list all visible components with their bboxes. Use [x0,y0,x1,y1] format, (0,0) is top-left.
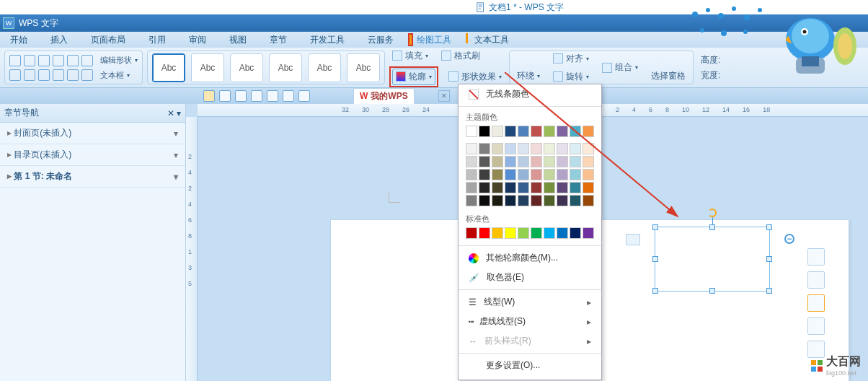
watermark-brand: 大百网 [826,354,861,369]
align-button[interactable]: 对齐▾ [550,51,592,66]
sidebar-item-cover[interactable]: ▸ 封面页(未插入)▾ [0,123,185,144]
color-swatch[interactable] [466,182,477,193]
color-swatch[interactable] [492,227,503,239]
arrow-icon: ↔ [469,336,477,346]
resize-handle[interactable] [652,288,658,294]
color-swatch[interactable] [466,143,477,154]
svg-rect-25 [818,367,823,372]
dash-style-option[interactable]: ┅ 虚线线型(S) ▸ [459,312,601,331]
more-settings-option[interactable]: 更多设置(O)... [459,356,601,375]
resize-handle[interactable] [652,256,658,262]
line-gallery[interactable] [9,55,93,81]
color-swatch[interactable] [466,126,477,137]
rotation-handle[interactable] [708,209,717,217]
color-swatch[interactable] [479,182,490,193]
doc-tab-close-icon[interactable]: × [438,90,450,102]
style-preset-5[interactable]: Abc [308,53,341,82]
svg-rect-3 [479,9,482,9]
qat-redo-icon[interactable] [298,90,310,102]
more-outline-colors-option[interactable]: 其他轮廓颜色(M)... [459,248,601,268]
resize-handle[interactable] [766,256,772,262]
menu-reference[interactable]: 引用 [146,32,169,48]
brush-icon [441,51,451,61]
color-swatch[interactable] [479,156,490,167]
color-swatch[interactable] [479,169,490,180]
color-swatch[interactable] [479,195,490,206]
style-preset-4[interactable]: Abc [269,53,302,82]
menu-bar: 开始 插入 页面布局 引用 审阅 视图 章节 开发工具 云服务 绘图工具 文本工… [0,32,868,48]
qat-open-icon[interactable] [203,90,215,102]
document-icon [476,2,486,12]
color-swatch[interactable] [479,227,490,239]
resize-handle[interactable] [766,224,772,230]
qat-print-icon[interactable] [251,90,262,102]
selected-rectangle-shape[interactable] [655,227,770,292]
color-swatch[interactable] [492,169,503,180]
color-swatch[interactable] [466,227,477,239]
align-icon [553,53,563,64]
outline-button[interactable]: 轮廓▾ [392,69,435,85]
color-swatch[interactable] [466,169,477,180]
eyedropper-icon: 💉 [469,273,479,283]
no-line-icon [469,89,479,100]
shape-collapse-icon[interactable]: − [784,234,794,244]
menu-page-layout[interactable]: 页面布局 [88,32,128,48]
wps-logo-icon: W [360,91,368,101]
ribbon-shapes-group: 编辑形状▾ 文本框▾ [4,51,143,84]
color-swatch[interactable] [492,195,503,206]
menu-review[interactable]: 审阅 [186,32,209,48]
color-swatch[interactable] [492,156,503,167]
style-preset-1[interactable]: Abc [152,53,185,82]
sidebar-close-icon[interactable]: ✕ ▾ [167,108,181,118]
color-swatch[interactable] [466,156,477,167]
svg-rect-22 [811,360,816,365]
menu-start[interactable]: 开始 [7,32,30,48]
edit-shape-button[interactable]: 编辑形状▾ [97,55,138,66]
menu-cloud[interactable]: 云服务 [365,32,397,48]
ruler-vertical[interactable]: 242468135 [186,117,198,381]
qat-undo-icon[interactable] [283,90,294,102]
color-swatch[interactable] [466,195,477,206]
fill-button[interactable]: 填充▾ [389,48,431,64]
annotation-arrow [505,72,692,231]
qat-preview-icon[interactable] [267,90,278,102]
color-swatch[interactable] [492,182,503,193]
resize-handle[interactable] [709,224,715,230]
color-swatch[interactable] [492,143,503,154]
menu-dev-tools[interactable]: 开发工具 [307,32,347,48]
shape-paste-options-icon[interactable] [626,234,640,245]
sidebar-item-toc[interactable]: ▸ 目录页(未插入)▾ [0,144,185,166]
side-tool-4[interactable] [807,318,825,335]
menu-view[interactable]: 视图 [226,32,249,48]
qat-save-icon[interactable] [235,90,247,102]
sidebar-item-section1[interactable]: ▸ 第 1 节: 未命名▾ [0,166,185,188]
side-tool-1[interactable] [807,248,825,266]
color-swatch[interactable] [479,126,490,137]
style-preset-6[interactable]: Abc [347,53,380,82]
side-tool-2[interactable] [807,271,825,289]
side-tool-3[interactable] [807,294,825,312]
svg-line-4 [505,72,678,216]
color-swatch[interactable] [479,143,490,154]
margin-mark-tl [389,191,400,203]
paint-bucket-icon [392,51,402,61]
menu-insert[interactable]: 插入 [48,32,71,48]
format-painter-button[interactable]: 格式刷 [438,48,483,64]
color-swatch[interactable] [492,126,503,137]
sidebar-title: 章节导航 [4,107,39,119]
text-box-button[interactable]: 文本框▾ [97,70,138,81]
style-preset-3[interactable]: Abc [230,53,263,82]
eyedropper-option[interactable]: 💉 取色器(E) [459,268,601,287]
menu-chapter[interactable]: 章节 [267,32,290,48]
arrow-style-option[interactable]: ↔ 箭头样式(R) ▸ [459,331,601,351]
resize-handle[interactable] [766,288,772,294]
line-style-option[interactable]: ☰ 线型(W) ▸ [459,292,601,312]
qat-new-icon[interactable] [219,90,231,102]
resize-handle[interactable] [709,288,715,294]
menu-text-tools[interactable]: 文本工具 [471,32,512,48]
my-wps-tab[interactable]: W 我的WPS [353,88,415,105]
menu-drawing-tools[interactable]: 绘图工具 [414,32,454,48]
svg-rect-24 [811,367,816,372]
style-preset-2[interactable]: Abc [191,53,224,82]
selection-pane-icon [661,51,676,66]
